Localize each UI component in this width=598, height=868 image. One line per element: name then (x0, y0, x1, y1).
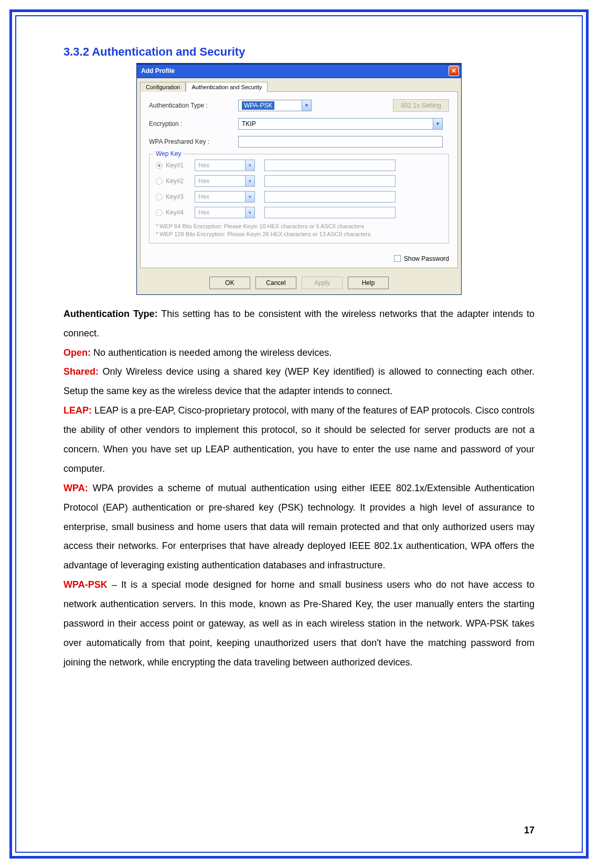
wep-key2-format-select[interactable]: Hex▾ (195, 175, 255, 187)
wep-key4-format: Hex (198, 209, 209, 216)
wpapsk-desc: – It is a special mode designed for home… (63, 579, 535, 668)
wep-key2-label: Key#2 (166, 177, 195, 185)
help-button[interactable]: Help (348, 277, 389, 289)
chevron-down-icon: ▾ (245, 160, 254, 171)
auth-type-select[interactable]: WPA-PSK ▼ (238, 100, 312, 111)
open-para: Open: No authentication is needed among … (63, 343, 535, 363)
encryption-value: TKIP (242, 120, 256, 128)
encryption-select[interactable]: TKIP ▼ (238, 118, 443, 130)
dialog-screenshot: Add Profile ✕ Configuration Authenticati… (63, 63, 535, 295)
psk-input[interactable] (238, 136, 443, 147)
tab-authentication-security[interactable]: Authentication and Security (186, 82, 268, 92)
wep-key1-format-select[interactable]: Hex▾ (195, 160, 255, 171)
show-password-checkbox[interactable] (394, 255, 401, 262)
auth-type-value: WPA-PSK (242, 101, 274, 110)
wep-hint-1: * WEP 64 Bits Encryption: Please Keyin 1… (156, 223, 442, 230)
wep-key3-radio[interactable] (156, 194, 163, 200)
wpa-para: WPA: WPA provides a scheme of mutual aut… (63, 479, 535, 575)
page-number: 17 (524, 825, 535, 836)
psk-label: WPA Preshared Key : (149, 138, 238, 145)
wep-key1-label: Key#1 (166, 162, 195, 169)
wep-key1-radio[interactable] (156, 162, 163, 169)
chevron-down-icon: ▾ (245, 207, 254, 218)
leap-desc: LEAP is a pre-EAP, Cisco-proprietary pro… (63, 405, 535, 474)
dialog-titlebar: Add Profile ✕ (137, 63, 461, 78)
shared-desc: Only Wireless device using a shared key … (63, 366, 535, 396)
wep-key1-input[interactable] (264, 160, 396, 171)
shared-term: Shared: (63, 366, 99, 377)
auth-type-para: Authentication Type: This setting has to… (63, 304, 535, 343)
wep-key4-radio[interactable] (156, 209, 163, 216)
wep-key4-format-select[interactable]: Hex▾ (195, 207, 255, 218)
wep-key3-label: Key#3 (166, 193, 195, 200)
add-profile-dialog: Add Profile ✕ Configuration Authenticati… (136, 63, 462, 295)
open-term: Open: (63, 347, 91, 358)
shared-para: Shared: Only Wireless device using a sha… (63, 362, 535, 401)
wep-key3-input[interactable] (264, 191, 396, 203)
wep-key2-format: Hex (198, 177, 209, 185)
dot1x-setting-button: 802.1x Setting (393, 99, 449, 112)
show-password-label: Show Password (404, 255, 449, 262)
wep-key1-format: Hex (198, 162, 209, 169)
wpapsk-para: WPA-PSK – It is a special mode designed … (63, 575, 535, 672)
ok-button[interactable]: OK (209, 277, 250, 289)
leap-para: LEAP: LEAP is a pre-EAP, Cisco-proprieta… (63, 401, 535, 479)
wep-legend: Wep Key (154, 150, 183, 157)
auth-type-term: Authentication Type: (63, 309, 158, 319)
close-icon[interactable]: ✕ (448, 66, 459, 76)
apply-button: Apply (302, 277, 343, 289)
wep-key2-input[interactable] (264, 175, 396, 187)
wpa-desc: WPA provides a scheme of mutual authenti… (63, 483, 535, 571)
open-desc: No authentication is needed among the wi… (91, 347, 332, 358)
wep-key3-format: Hex (198, 193, 209, 200)
leap-term: LEAP: (63, 405, 92, 416)
wep-key2-radio[interactable] (156, 178, 163, 185)
wep-key-fieldset: Wep Key Key#1 Hex▾ Key#2 Hex▾ (149, 154, 449, 244)
chevron-down-icon: ▼ (433, 119, 442, 129)
chevron-down-icon: ▾ (245, 192, 254, 202)
wep-key3-format-select[interactable]: Hex▾ (195, 191, 255, 203)
dialog-body: Authentication Type : WPA-PSK ▼ 802.1x S… (140, 91, 458, 268)
encryption-label: Encryption : (149, 120, 238, 128)
wep-hint-2: * WEP 128 Bits Encryption: Please Keyin … (156, 230, 442, 238)
wpa-term: WPA: (63, 483, 88, 493)
chevron-down-icon: ▾ (245, 176, 254, 186)
cancel-button[interactable]: Cancel (255, 277, 296, 289)
wep-key4-input[interactable] (264, 207, 396, 218)
wep-key4-label: Key#4 (166, 209, 195, 216)
auth-type-label: Authentication Type : (149, 102, 238, 109)
tab-configuration[interactable]: Configuration (140, 82, 186, 92)
chevron-down-icon: ▼ (302, 100, 311, 111)
wpapsk-term: WPA-PSK (63, 579, 108, 590)
section-title: 3.3.2 Authentication and Security (63, 45, 535, 59)
dialog-title: Add Profile (141, 67, 175, 75)
